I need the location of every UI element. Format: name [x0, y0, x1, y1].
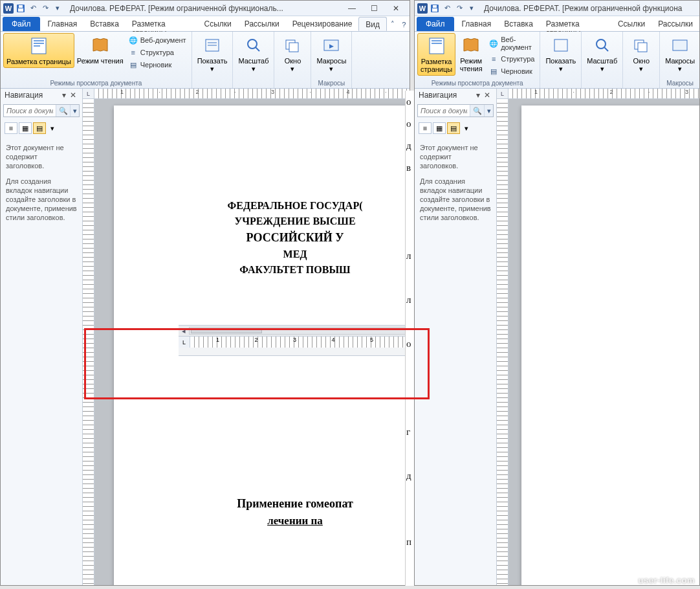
split-bar[interactable]: ◂ ▸ L 1 2 3 4 5 6 [179, 325, 410, 356]
tab-insert[interactable]: Вставка [83, 17, 126, 31]
horizontal-ruler[interactable]: L 1 · 2 · 3 · 4 · 5 · 6 · 7 · 8 · 9 · 10… [497, 89, 699, 99]
search-icon[interactable]: 🔍 [56, 105, 70, 117]
doc2-title: Прим [541, 291, 699, 306]
maximize-button[interactable]: ☐ [363, 2, 385, 15]
zoom-icon [243, 35, 264, 56]
tab-home[interactable]: Главная [41, 17, 84, 31]
tab-home[interactable]: Главная [455, 17, 498, 31]
undo-icon[interactable]: ↶ [441, 3, 453, 14]
undo-icon[interactable]: ↶ [27, 3, 39, 14]
nav-dropdown-icon[interactable]: ▾ [474, 91, 482, 100]
nav-tabs: ≡ ▦ ▤ ▾ [1, 120, 82, 137]
svg-rect-27 [673, 40, 687, 50]
ribbon-collapse-icon[interactable]: ˄ [387, 17, 398, 31]
macros-button[interactable]: ▶ Макросы▾ [314, 33, 349, 74]
show-button[interactable]: Показать▾ [195, 33, 230, 74]
split-horizontal-scrollbar[interactable]: ◂ ▸ [179, 326, 410, 336]
nav-tab-pages[interactable]: ▦ [433, 122, 446, 134]
nav-tab-more-icon[interactable]: ▾ [47, 122, 58, 134]
ribbon-body: Разметка страницы Режим чтения 🌐Веб-доку… [415, 32, 699, 89]
print-layout-button[interactable]: Разметка страницы [417, 33, 455, 76]
reading-mode-icon [461, 35, 481, 56]
qat-dropdown-icon[interactable]: ▾ [466, 3, 477, 14]
search-dropdown-icon[interactable]: ▾ [484, 105, 493, 117]
nav-close-icon[interactable]: ✕ [482, 91, 492, 100]
web-layout-button[interactable]: 🌐Веб-документ [487, 34, 537, 52]
document-area: L 1 · 2 · 3 · 4 · 5 · 6 · 7 · 8 · 9 · 10… [497, 89, 699, 585]
split-ruler[interactable]: L 1 2 3 4 5 6 [179, 336, 410, 348]
group-zoom: Масштаб▾ [233, 32, 274, 88]
window-button[interactable]: Окно▾ [626, 33, 657, 74]
show-button[interactable]: Показать▾ [543, 33, 578, 74]
tab-references[interactable]: Ссылки [611, 17, 651, 31]
svg-line-24 [604, 47, 608, 51]
doc-line-4: МЕД [133, 249, 410, 260]
nav-tab-results[interactable]: ▤ [33, 122, 46, 134]
group-document-views: Разметка страницы Режим чтения 🌐Веб-доку… [1, 32, 192, 88]
tab-page-layout[interactable]: Разметка страницы [126, 17, 198, 31]
redo-icon[interactable]: ↷ [39, 3, 51, 14]
word-window-left: W ↶ ↷ ▾ Дочилова. РЕФЕРАТ. [Режим ограни… [0, 0, 410, 586]
file-tab[interactable]: Файл [417, 17, 454, 31]
tab-insert[interactable]: Вставка [498, 17, 540, 31]
horizontal-ruler[interactable]: L 1 · 2 · 3 · 4 · 5 · 6 · 7 · 8 · 9 · 10… [83, 89, 410, 99]
vertical-ruler[interactable] [497, 99, 509, 585]
svg-rect-20 [432, 40, 442, 41]
close-button[interactable]: ✕ [385, 2, 407, 15]
tab-mailings[interactable]: Рассылки [238, 17, 286, 31]
tab-review[interactable]: Рецензирование [286, 17, 359, 31]
group-label-views: Режимы просмотра документа [3, 79, 189, 88]
macros-button[interactable]: Макросы▾ [662, 33, 697, 74]
reading-mode-button[interactable]: Режим чтения [455, 33, 487, 74]
outline-button[interactable]: ≡Структура [126, 47, 189, 58]
reading-mode-button[interactable]: Режим чтения [74, 33, 126, 67]
window-controls: — ☐ ✕ [341, 2, 407, 15]
draft-button[interactable]: ▤Черновик [487, 65, 537, 77]
window-title: Дочилова. РЕФЕРАТ. [Режим ограниченной ф… [65, 4, 340, 13]
print-layout-button[interactable]: Разметка страницы [3, 33, 74, 68]
ribbon-body: Разметка страницы Режим чтения 🌐Веб-доку… [1, 32, 410, 89]
web-layout-button[interactable]: 🌐Веб-документ [126, 34, 189, 46]
outline-button[interactable]: ≡Структура [487, 53, 537, 65]
search-dropdown-icon[interactable]: ▾ [70, 105, 79, 117]
nav-tab-results[interactable]: ▤ [447, 122, 460, 134]
draft-button[interactable]: ▤Черновик [126, 59, 189, 71]
save-icon[interactable] [429, 3, 441, 14]
save-icon[interactable] [15, 3, 27, 14]
search-icon[interactable]: 🔍 [470, 105, 484, 117]
ribbon-tabs: Файл Главная Вставка Разметка страницы С… [415, 16, 699, 32]
nav-tab-headings[interactable]: ≡ [5, 122, 17, 134]
tab-mailings[interactable]: Рассылки [651, 17, 699, 31]
tab-view[interactable]: Вид [358, 17, 387, 31]
scroll-left-icon[interactable]: ◂ [179, 327, 189, 335]
qat-dropdown-icon[interactable]: ▾ [52, 3, 63, 14]
doc-line-7: Применение гомеопат [133, 497, 410, 511]
nav-close-icon[interactable]: ✕ [68, 91, 78, 100]
word-app-icon: W [3, 3, 14, 14]
document-page[interactable]: Прим [521, 106, 699, 585]
nav-tab-headings[interactable]: ≡ [419, 122, 432, 134]
svg-point-23 [596, 39, 606, 49]
window-button[interactable]: Окно▾ [277, 33, 308, 74]
zoom-button[interactable]: Масштаб▾ [235, 33, 271, 74]
file-tab[interactable]: Файл [3, 17, 40, 31]
vertical-ruler[interactable] [83, 99, 94, 585]
zoom-button[interactable]: Масштаб▾ [584, 33, 620, 74]
nav-tab-pages[interactable]: ▦ [19, 122, 32, 134]
nav-tab-more-icon[interactable]: ▾ [461, 122, 472, 134]
print-layout-icon [426, 36, 447, 56]
nav-search-input[interactable] [418, 105, 470, 117]
nav-search-input[interactable] [4, 105, 56, 117]
group-window: Окно▾ [274, 32, 311, 88]
help-icon[interactable]: ? [399, 18, 410, 31]
tab-references[interactable]: Ссылки [198, 17, 238, 31]
doc-line-1: ФЕДЕРАЛЬНОЕ ГОСУДАР( [133, 200, 410, 212]
minimize-button[interactable]: — [341, 2, 363, 15]
document-canvas[interactable]: Прим [509, 99, 699, 585]
reading-mode-label: Режим чтения [77, 57, 124, 65]
svg-text:▶: ▶ [329, 43, 334, 49]
redo-icon[interactable]: ↷ [454, 3, 465, 14]
tab-page-layout[interactable]: Разметка страницы [540, 17, 611, 31]
svg-rect-5 [34, 43, 44, 44]
nav-dropdown-icon[interactable]: ▾ [60, 91, 68, 100]
